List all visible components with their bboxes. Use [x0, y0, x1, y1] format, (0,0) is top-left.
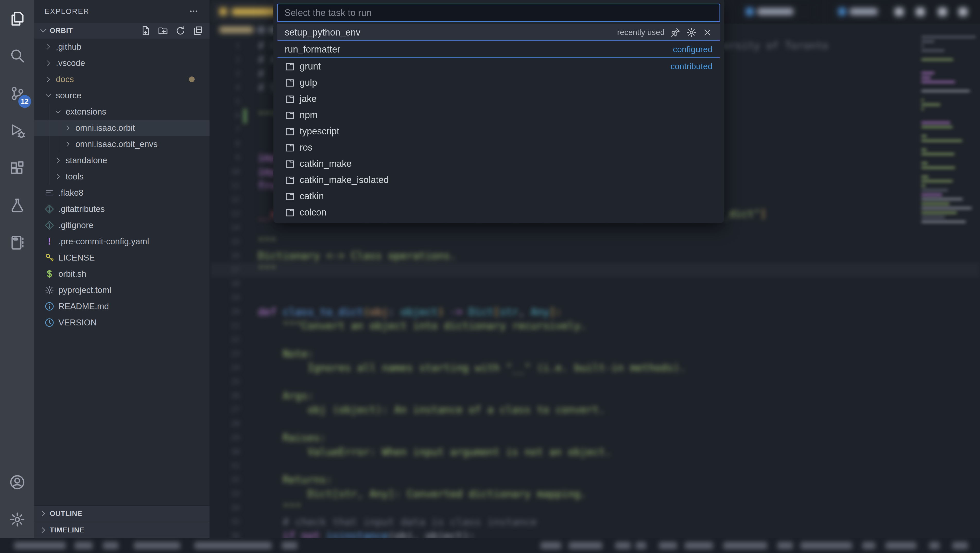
tree-item-label: .vscode [56, 58, 85, 68]
activity-remote-explorer[interactable] [0, 224, 34, 261]
explorer-sidebar: EXPLORER ORBIT .github.vscodedocssourcee… [34, 0, 210, 538]
activity-source-control[interactable]: 12 [0, 75, 34, 112]
activity-settings[interactable] [0, 501, 34, 538]
activity-extensions[interactable] [0, 149, 34, 186]
tree-item-docs[interactable]: docs [34, 71, 210, 87]
activity-accounts[interactable] [0, 464, 34, 501]
minimap-line [921, 90, 970, 92]
status-bar-item-blurred[interactable] [282, 542, 298, 549]
task-item-catkin_make[interactable]: catkin_make [277, 156, 720, 172]
minimap-line [921, 104, 940, 105]
section-header-outline[interactable]: OUTLINE [34, 505, 210, 521]
quick-pick-input[interactable]: Select the task to run [277, 3, 720, 22]
status-bar-item-blurred[interactable] [569, 542, 602, 549]
tree-item-readme-md[interactable]: README.md [34, 298, 210, 314]
file-tree: .github.vscodedocssourceextensionsomni.i… [34, 38, 210, 331]
status-bar-item-blurred[interactable] [777, 542, 793, 549]
task-item-typescript[interactable]: typescript [277, 123, 720, 139]
task-item-catkin[interactable]: catkin [277, 188, 720, 204]
minimap-line [921, 72, 934, 74]
task-item-catkin_make_isolated[interactable]: catkin_make_isolated [277, 172, 720, 188]
status-bar-item-blurred[interactable] [886, 542, 916, 549]
minimap-line [921, 212, 957, 214]
pin-icon[interactable] [670, 27, 681, 38]
tab-label-blurred [757, 8, 793, 15]
status-bar-item-blurred[interactable] [862, 542, 875, 549]
status-bar-item-blurred[interactable] [929, 542, 940, 549]
tab-blurred[interactable] [741, 0, 815, 24]
tree-item-pyproject-toml[interactable]: pyproject.toml [34, 282, 210, 298]
tree-item--gitattributes[interactable]: .gitattributes [34, 201, 210, 217]
minimap-line [921, 167, 955, 169]
task-label: grunt [300, 61, 321, 72]
minimap-line [921, 203, 950, 205]
status-bar-item-blurred[interactable] [800, 542, 852, 549]
gear-icon[interactable] [686, 27, 697, 38]
tree-item--github[interactable]: .github [34, 38, 210, 55]
collapse-all-icon[interactable] [192, 25, 204, 36]
editor-action-icon-blurred [916, 8, 925, 16]
new-file-icon[interactable] [140, 25, 151, 36]
task-item-gulp[interactable]: gulp [277, 74, 720, 91]
minimap-line [921, 198, 963, 200]
tree-item-source[interactable]: source [34, 87, 210, 104]
code-line: """ [210, 263, 980, 276]
tree-item--vscode[interactable]: .vscode [34, 55, 210, 71]
status-bar-item-blurred[interactable] [685, 542, 713, 549]
code-line: def class_to_dict(obj: object) -> Dict[s… [210, 305, 980, 319]
task-provider-link[interactable]: contributed [671, 62, 713, 71]
status-bar-item-blurred[interactable] [615, 542, 631, 549]
task-label: setup_python_env [285, 27, 360, 38]
minimap-line [921, 99, 924, 101]
task-item-jake[interactable]: jake [277, 91, 720, 107]
activity-explorer[interactable] [0, 0, 34, 37]
task-provider-link[interactable]: configured [673, 45, 713, 54]
status-bar-item-blurred[interactable] [75, 542, 93, 549]
tree-item-label: VERSION [59, 318, 97, 327]
minimap-line [921, 59, 953, 61]
tree-item-extensions[interactable]: extensions [34, 104, 210, 120]
status-bar-item-blurred[interactable] [14, 542, 66, 549]
tree-item-version[interactable]: VERSION [34, 314, 210, 331]
tree-item-orbit-sh[interactable]: $orbit.sh [34, 266, 210, 282]
tree-item-license[interactable]: LICENSE [34, 249, 210, 266]
activity-search[interactable] [0, 37, 34, 75]
section-header-orbit[interactable]: ORBIT [34, 23, 210, 38]
refresh-icon[interactable] [175, 25, 186, 36]
task-item-setup_python_env[interactable]: setup_python_envrecently used [277, 24, 720, 40]
status-bar-item-blurred[interactable] [134, 542, 180, 549]
tree-item-omni-isaac-orbit[interactable]: omni.isaac.orbit [34, 120, 210, 136]
status-bar-item-blurred[interactable] [953, 542, 968, 549]
tab-blurred[interactable] [833, 0, 894, 24]
quick-pick-placeholder: Select the task to run [285, 8, 371, 18]
tree-item-omni-isaac-orbit-envs[interactable]: omni.isaac.orbit_envs [34, 136, 210, 152]
close-icon[interactable] [702, 27, 713, 38]
task-item-colcon[interactable]: colcon [277, 204, 720, 220]
tree-item--gitignore[interactable]: .gitignore [34, 217, 210, 233]
task-item-npm[interactable]: npm [277, 107, 720, 123]
section-header-timeline[interactable]: TIMELINE [34, 521, 210, 538]
task-item-run_formatter[interactable]: run_formatterconfigured [277, 41, 720, 57]
explorer-icon [9, 11, 25, 27]
tree-item--flake8[interactable]: .flake8 [34, 185, 210, 201]
chevron-right-icon [64, 140, 72, 148]
minimap[interactable] [919, 36, 979, 216]
status-bar-item-blurred[interactable] [723, 542, 767, 549]
more-actions-icon[interactable] [188, 6, 199, 17]
tree-item--pre-commit-config-yaml[interactable]: !.pre-commit-config.yaml [34, 233, 210, 249]
task-item-ros[interactable]: ros [277, 139, 720, 156]
task-item-grunt[interactable]: gruntcontributed [277, 58, 720, 74]
git-icon [45, 220, 54, 230]
tree-item-tools[interactable]: tools [34, 168, 210, 185]
status-bar-item-blurred[interactable] [194, 542, 272, 549]
status-bar-item-blurred[interactable] [636, 542, 646, 549]
tree-item-standalone[interactable]: standalone [34, 152, 210, 168]
activity-testing[interactable] [0, 186, 34, 224]
status-bar-item-blurred[interactable] [541, 542, 561, 549]
status-bar[interactable] [0, 538, 980, 553]
status-bar-item-blurred[interactable] [659, 542, 677, 549]
extensions-icon [9, 160, 25, 176]
status-bar-item-blurred[interactable] [103, 542, 118, 549]
activity-run-debug[interactable] [0, 112, 34, 149]
new-folder-icon[interactable] [158, 25, 169, 36]
